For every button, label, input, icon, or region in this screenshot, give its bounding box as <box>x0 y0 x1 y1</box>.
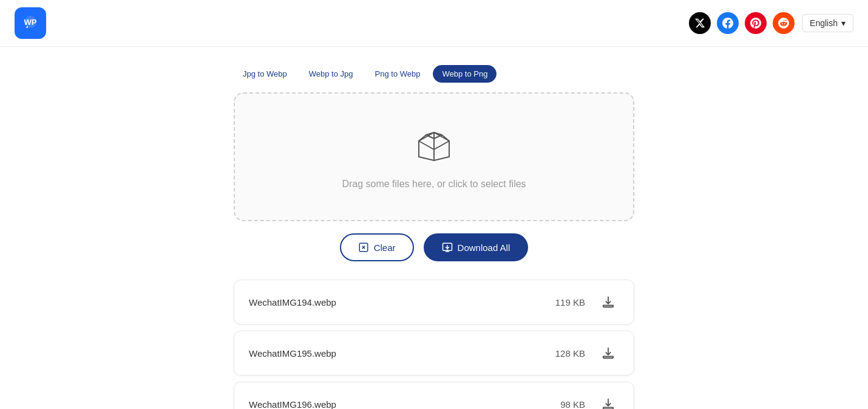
reddit-button[interactable] <box>773 12 795 34</box>
logo-icon: WP <box>15 7 46 39</box>
file-size: 98 KB <box>560 399 585 410</box>
file-name: WechatIMG194.webp <box>249 297 336 308</box>
download-all-button[interactable]: Download All <box>424 233 529 261</box>
file-download-button[interactable] <box>597 393 619 409</box>
file-right: 128 KB <box>555 342 619 364</box>
tab-webp-to-jpg[interactable]: Webp to Jpg <box>300 65 362 83</box>
facebook-button[interactable] <box>717 12 739 34</box>
language-label: English <box>810 18 838 28</box>
file-size: 128 KB <box>555 348 585 359</box>
download-all-label: Download All <box>458 242 510 253</box>
pinterest-button[interactable] <box>745 12 767 34</box>
table-row: WechatIMG195.webp 128 KB <box>234 331 634 376</box>
upload-box-icon <box>413 124 455 169</box>
svg-text:WP: WP <box>24 18 37 27</box>
twitter-button[interactable] <box>689 12 711 34</box>
action-buttons: Clear Download All <box>234 233 634 261</box>
download-icon <box>602 397 615 409</box>
social-icons <box>689 12 795 34</box>
chevron-down-icon: ▾ <box>841 18 846 28</box>
language-selector[interactable]: English ▾ <box>802 14 853 32</box>
file-download-button[interactable] <box>597 291 619 313</box>
tabs-nav: Jpg to Webp Webp to Jpg Png to Webp Webp… <box>234 65 634 83</box>
tab-webp-to-png[interactable]: Webp to Png <box>433 65 497 83</box>
header: WP <box>0 0 868 47</box>
logo-container: WP <box>15 7 46 39</box>
tab-jpg-to-webp[interactable]: Jpg to Webp <box>234 65 296 83</box>
download-all-icon <box>442 242 453 253</box>
file-right: 119 KB <box>555 291 619 313</box>
clear-icon <box>358 242 369 253</box>
download-icon <box>602 295 615 309</box>
header-right: English ▾ <box>689 12 853 34</box>
main-content: Jpg to Webp Webp to Jpg Png to Webp Webp… <box>222 47 646 409</box>
tab-png-to-webp[interactable]: Png to Webp <box>366 65 430 83</box>
file-download-button[interactable] <box>597 342 619 364</box>
clear-label: Clear <box>374 242 396 253</box>
file-name: WechatIMG195.webp <box>249 348 336 359</box>
file-right: 98 KB <box>560 393 619 409</box>
drop-zone-text: Drag some files here, or click to select… <box>342 179 526 190</box>
file-drop-zone[interactable]: Drag some files here, or click to select… <box>234 92 634 221</box>
download-icon <box>602 346 615 360</box>
table-row: WechatIMG196.webp 98 KB <box>234 382 634 409</box>
file-list: WechatIMG194.webp 119 KB WechatIMG195.we… <box>234 280 634 409</box>
file-size: 119 KB <box>555 297 585 308</box>
file-name: WechatIMG196.webp <box>249 399 336 410</box>
table-row: WechatIMG194.webp 119 KB <box>234 280 634 325</box>
clear-button[interactable]: Clear <box>340 233 414 261</box>
